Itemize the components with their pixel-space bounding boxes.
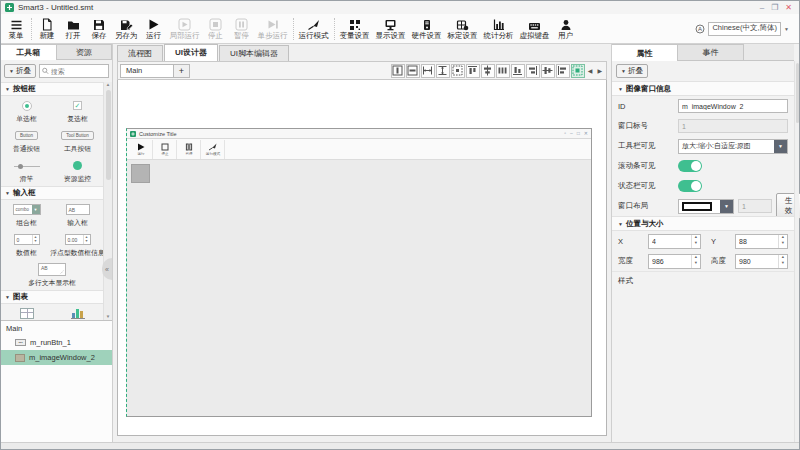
preview-stop-button[interactable]: 停止 — [153, 140, 177, 159]
save-button[interactable]: 保存 — [86, 15, 112, 43]
toolbar-visible-select[interactable]: 放大:缩小:自适应:原图 ▼ — [678, 139, 788, 154]
hardware-settings-button[interactable]: 硬件设置 — [409, 15, 445, 43]
close-icon[interactable]: ✕ — [785, 4, 792, 12]
run-mode-button[interactable]: 运行模式 — [296, 15, 332, 43]
tree-item-imagewindow[interactable]: m_imageWindow_2 — [1, 350, 112, 365]
toolbar-separator — [31, 18, 32, 40]
distribute-horizontal-button[interactable] — [496, 64, 510, 78]
scroll-right-icon[interactable]: ▶ — [595, 67, 604, 74]
titlebar: Smart3 - Untitled.smt – ❐ ✕ — [1, 1, 799, 14]
run-button[interactable]: 运行 — [141, 15, 167, 43]
tab-flowchart[interactable]: 流程图 — [117, 45, 163, 61]
statistics-analysis-button[interactable]: 统计分析 — [481, 15, 517, 43]
scrollbar-thumb[interactable] — [796, 63, 799, 123]
section-buttons[interactable]: ▼按钮框 — [1, 82, 103, 96]
fit-height-button[interactable] — [391, 64, 405, 78]
align-top-button[interactable] — [466, 64, 480, 78]
save-as-button[interactable]: 另存为 — [112, 15, 141, 43]
widget-combo[interactable]: combo▼ 组合框 — [1, 200, 52, 230]
widget-float[interactable]: 0.00▲▼ 浮点型数值框信息 — [52, 230, 103, 260]
align-center-vertical-button[interactable] — [541, 64, 555, 78]
scroll-up-icon[interactable]: ▲ — [106, 83, 110, 88]
preview-minimize-icon[interactable]: – — [570, 131, 573, 136]
fit-width-button[interactable] — [406, 64, 420, 78]
minimize-icon[interactable]: – — [760, 4, 764, 12]
align-center-horizontal-button[interactable] — [481, 64, 495, 78]
stretch-height-button[interactable] — [436, 64, 450, 78]
section-inputs[interactable]: ▼输入框 — [1, 186, 103, 200]
widget-bar-chart[interactable]: 柱状图 — [52, 304, 103, 320]
preview-run-button[interactable]: 运行 — [129, 140, 153, 159]
properties-scrollbar[interactable] — [794, 61, 799, 442]
style-section-label[interactable]: 样式 — [612, 271, 794, 290]
tree-item-runbtn[interactable]: ••• m_runBtn_1 — [1, 335, 112, 350]
maximize-icon[interactable]: ❐ — [771, 4, 778, 12]
widget-multiline[interactable]: AB 多行文本显示框 — [1, 260, 103, 290]
user-button[interactable]: 用户 — [553, 15, 579, 43]
hardware-settings-icon — [421, 17, 433, 31]
language-selector[interactable]: A Chinese(中文,简体) ▼ — [695, 22, 797, 36]
tab-ui-script-editor[interactable]: UI脚本编辑器 — [219, 45, 289, 61]
preview-close-icon[interactable]: ✕ — [584, 131, 588, 136]
scrollbar-thumb[interactable] — [106, 90, 111, 180]
add-page-button[interactable]: + — [174, 64, 190, 78]
widget-button[interactable]: Button 普通按钮 — [1, 126, 52, 156]
fit-window-button[interactable] — [451, 64, 465, 78]
selection-mode-button[interactable] — [571, 64, 585, 78]
section-charts[interactable]: ▼图表 — [1, 290, 103, 304]
widget-checkbox[interactable]: ✓ 复选框 — [52, 96, 103, 126]
menu-button[interactable]: 菜单 — [3, 15, 29, 43]
id-field[interactable] — [678, 99, 788, 113]
tab-toolbox[interactable]: 工具箱 — [1, 44, 57, 60]
x-stepper[interactable]: ▲▼ — [648, 234, 701, 249]
new-button[interactable]: 新建 — [34, 15, 60, 43]
preview-maximize-icon[interactable]: □ — [577, 131, 580, 136]
run-mode-icon — [208, 143, 217, 151]
properties-collapse-button[interactable]: ▼折叠 — [616, 64, 648, 78]
section-image-window-info[interactable]: ▼图像窗口信息 — [612, 81, 794, 96]
design-canvas[interactable]: Customize Title ▫ – □ ✕ 运行 — [117, 80, 607, 436]
open-button[interactable]: 打开 — [60, 15, 86, 43]
alignment-toolbar: ◀ ▶ — [391, 64, 604, 78]
spin-down-icon: ▼ — [694, 242, 698, 246]
search-input[interactable] — [39, 64, 109, 78]
tab-resource[interactable]: 资源 — [57, 44, 113, 60]
virtual-keyboard-button[interactable]: 虚拟键盘 — [517, 15, 553, 43]
variable-settings-button[interactable]: 变量设置 — [337, 15, 373, 43]
tab-ui-designer[interactable]: UI设计器 — [164, 44, 218, 61]
spin-up-icon: ▲ — [781, 236, 785, 240]
page-tab-main[interactable]: Main — [120, 64, 174, 78]
scroll-left-icon[interactable]: ◀ — [586, 67, 595, 74]
align-right-button[interactable] — [526, 64, 540, 78]
preview-pin-icon[interactable]: ▫ — [564, 131, 566, 136]
window-layout-select[interactable]: ▼ — [678, 199, 734, 214]
section-position-size[interactable]: ▼位置与大小 — [612, 216, 794, 231]
align-left-button[interactable] — [556, 64, 570, 78]
widget-input[interactable]: AB 输入框 — [52, 200, 103, 230]
preview-run-mode-button[interactable]: 运行模式 — [201, 140, 225, 159]
widget-slider[interactable]: 滑竿 — [1, 156, 52, 186]
widget-tool-button[interactable]: Tool Button 工具按钮 — [52, 126, 103, 156]
align-bottom-button[interactable] — [511, 64, 525, 78]
widget-number[interactable]: 0▲▼ 数值框 — [1, 230, 52, 260]
tab-properties[interactable]: 属性 — [612, 44, 678, 61]
calibration-settings-button[interactable]: 标定设置 — [445, 15, 481, 43]
collapse-button[interactable]: ▼折叠 — [4, 64, 36, 78]
widget-radio[interactable]: 单选框 — [1, 96, 52, 126]
placed-run-button-widget[interactable] — [131, 164, 150, 183]
stretch-width-button[interactable] — [421, 64, 435, 78]
variable-settings-icon — [349, 17, 361, 31]
y-stepper[interactable]: ▲▼ — [735, 234, 788, 249]
widget-table[interactable]: 表格 — [1, 304, 52, 320]
height-stepper[interactable]: ▲▼ — [735, 254, 788, 269]
toolbox-scrollbar[interactable]: ▲ ▼ — [103, 82, 112, 320]
widget-resource-monitor[interactable]: 资源监控 — [52, 156, 103, 186]
display-settings-button[interactable]: 显示设置 — [373, 15, 409, 43]
preview-pause-button[interactable]: 暂停 — [177, 140, 201, 159]
statusbar-visible-toggle[interactable] — [678, 180, 702, 192]
scrollbar-visible-toggle[interactable] — [678, 160, 702, 172]
width-stepper[interactable]: ▲▼ — [648, 254, 701, 269]
preview-window[interactable]: Customize Title ▫ – □ ✕ 运行 — [126, 128, 592, 417]
tab-events[interactable]: 事件 — [678, 44, 744, 61]
scroll-down-icon[interactable]: ▼ — [106, 315, 110, 320]
